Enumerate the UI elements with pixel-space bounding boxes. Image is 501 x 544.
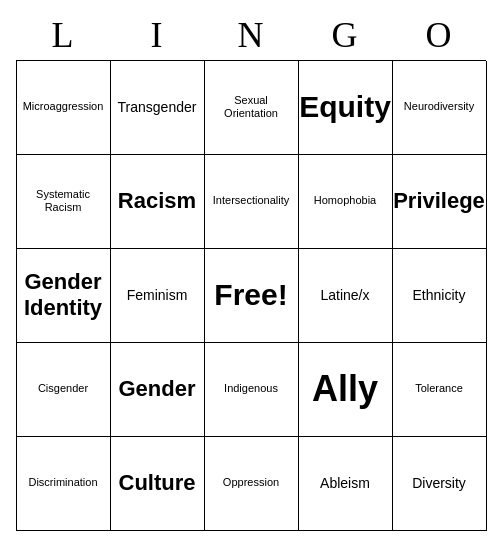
bingo-cell[interactable]: Neurodiversity: [393, 61, 487, 155]
bingo-cell[interactable]: Equity: [299, 61, 393, 155]
cell-label: Gender: [118, 376, 195, 402]
bingo-cell[interactable]: Intersectionality: [205, 155, 299, 249]
bingo-cell[interactable]: Microaggression: [17, 61, 111, 155]
bingo-cell[interactable]: Ableism: [299, 437, 393, 531]
bingo-cell[interactable]: Transgender: [111, 61, 205, 155]
bingo-cell[interactable]: Ethnicity: [393, 249, 487, 343]
header-letter: G: [301, 14, 389, 56]
bingo-grid: MicroaggressionTransgenderSexual Orienta…: [16, 60, 486, 531]
cell-label: Tolerance: [415, 382, 463, 395]
bingo-cell[interactable]: Free!: [205, 249, 299, 343]
bingo-cell[interactable]: Diversity: [393, 437, 487, 531]
cell-label: Sexual Orientation: [209, 94, 294, 120]
bingo-cell[interactable]: Racism: [111, 155, 205, 249]
cell-label: Gender Identity: [21, 269, 106, 322]
bingo-cell[interactable]: Feminism: [111, 249, 205, 343]
cell-label: Free!: [214, 277, 287, 313]
bingo-cell[interactable]: Gender: [111, 343, 205, 437]
cell-label: Latine/x: [320, 287, 369, 304]
bingo-cell[interactable]: Systematic Racism: [17, 155, 111, 249]
cell-label: Transgender: [118, 99, 197, 116]
bingo-cell[interactable]: Ally: [299, 343, 393, 437]
header-letter: L: [19, 14, 107, 56]
cell-label: Ally: [312, 367, 378, 410]
bingo-card: LINGO MicroaggressionTransgenderSexual O…: [16, 14, 486, 531]
header-letter: N: [207, 14, 295, 56]
cell-label: Oppression: [223, 476, 279, 489]
cell-label: Microaggression: [23, 100, 104, 113]
cell-label: Diversity: [412, 475, 466, 492]
cell-label: Discrimination: [28, 476, 97, 489]
cell-label: Ableism: [320, 475, 370, 492]
cell-label: Equity: [299, 89, 391, 125]
bingo-cell[interactable]: Culture: [111, 437, 205, 531]
cell-label: Feminism: [127, 287, 188, 304]
cell-label: Systematic Racism: [21, 188, 106, 214]
bingo-cell[interactable]: Homophobia: [299, 155, 393, 249]
bingo-cell[interactable]: Oppression: [205, 437, 299, 531]
bingo-cell[interactable]: Cisgender: [17, 343, 111, 437]
bingo-cell[interactable]: Tolerance: [393, 343, 487, 437]
bingo-cell[interactable]: Gender Identity: [17, 249, 111, 343]
bingo-cell[interactable]: Sexual Orientation: [205, 61, 299, 155]
bingo-cell[interactable]: Indigenous: [205, 343, 299, 437]
cell-label: Privilege: [393, 188, 485, 214]
cell-label: Indigenous: [224, 382, 278, 395]
bingo-cell[interactable]: Privilege: [393, 155, 487, 249]
cell-label: Intersectionality: [213, 194, 289, 207]
cell-label: Neurodiversity: [404, 100, 474, 113]
cell-label: Cisgender: [38, 382, 88, 395]
header-letter: O: [395, 14, 483, 56]
header-letter: I: [113, 14, 201, 56]
cell-label: Ethnicity: [413, 287, 466, 304]
cell-label: Homophobia: [314, 194, 376, 207]
cell-label: Racism: [118, 188, 196, 214]
bingo-cell[interactable]: Discrimination: [17, 437, 111, 531]
cell-label: Culture: [119, 470, 196, 496]
bingo-header: LINGO: [16, 14, 486, 56]
bingo-cell[interactable]: Latine/x: [299, 249, 393, 343]
